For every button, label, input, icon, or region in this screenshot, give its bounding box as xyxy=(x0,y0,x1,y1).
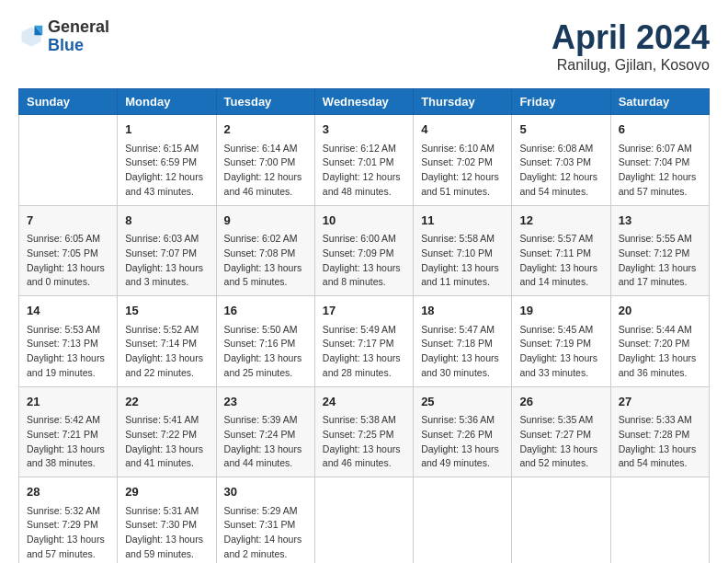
day-info: and 8 minutes. xyxy=(323,275,405,290)
weekday-header: Sunday xyxy=(19,89,118,115)
day-info: Sunset: 7:01 PM xyxy=(323,155,405,170)
calendar-week-row: 7Sunrise: 6:05 AMSunset: 7:05 PMDaylight… xyxy=(19,205,710,296)
day-info: Daylight: 13 hours xyxy=(125,261,208,276)
day-info: Sunrise: 5:32 AM xyxy=(27,504,109,519)
day-info: Sunset: 7:13 PM xyxy=(27,337,109,351)
day-info: Sunset: 7:30 PM xyxy=(125,518,208,533)
day-info: Sunset: 7:04 PM xyxy=(619,155,701,170)
day-number: 5 xyxy=(519,121,602,139)
day-info: Sunset: 7:28 PM xyxy=(619,428,701,442)
day-info: Sunrise: 6:14 AM xyxy=(224,142,307,156)
day-number: 9 xyxy=(224,212,307,230)
day-info: and 3 minutes. xyxy=(125,275,208,290)
day-info: Daylight: 12 hours xyxy=(519,170,602,185)
day-info: Sunrise: 6:15 AM xyxy=(125,142,208,156)
day-info: Sunrise: 5:49 AM xyxy=(323,323,405,338)
day-info: and 14 minutes. xyxy=(519,275,602,290)
day-info: and 5 minutes. xyxy=(224,275,307,290)
day-info: Daylight: 13 hours xyxy=(125,442,208,457)
day-info: Sunset: 7:03 PM xyxy=(519,155,602,170)
calendar-week-row: 28Sunrise: 5:32 AMSunset: 7:29 PMDayligh… xyxy=(19,477,710,564)
weekday-header: Friday xyxy=(512,89,610,115)
day-number: 25 xyxy=(421,393,504,411)
calendar-cell: 6Sunrise: 6:07 AMSunset: 7:04 PMDaylight… xyxy=(610,115,709,206)
day-info: Sunrise: 5:39 AM xyxy=(224,413,307,428)
calendar-cell xyxy=(610,477,709,564)
day-info: Daylight: 12 hours xyxy=(619,170,701,185)
calendar-cell: 13Sunrise: 5:55 AMSunset: 7:12 PMDayligh… xyxy=(610,205,709,296)
day-info: Sunset: 7:31 PM xyxy=(224,518,307,533)
day-info: and 2 minutes. xyxy=(224,547,307,562)
day-info: and 48 minutes. xyxy=(323,185,405,200)
day-info: Sunset: 7:18 PM xyxy=(421,337,504,351)
day-info: Sunrise: 5:50 AM xyxy=(224,323,307,338)
day-info: Sunset: 7:11 PM xyxy=(519,247,602,261)
day-number: 29 xyxy=(125,483,208,501)
day-info: and 28 minutes. xyxy=(323,366,405,381)
weekday-header: Tuesday xyxy=(216,89,314,115)
calendar-cell xyxy=(314,477,413,564)
day-info: Sunrise: 6:07 AM xyxy=(619,142,701,156)
day-info: Daylight: 13 hours xyxy=(27,351,109,366)
day-info: Daylight: 13 hours xyxy=(519,442,602,457)
day-info: and 57 minutes. xyxy=(27,547,109,562)
calendar-week-row: 1Sunrise: 6:15 AMSunset: 6:59 PMDaylight… xyxy=(19,115,710,206)
day-info: Daylight: 13 hours xyxy=(224,351,307,366)
day-info: Sunset: 7:14 PM xyxy=(125,337,208,351)
day-number: 16 xyxy=(224,302,307,320)
logo-icon xyxy=(18,24,44,50)
day-info: Daylight: 13 hours xyxy=(519,261,602,276)
day-info: and 19 minutes. xyxy=(27,366,109,381)
day-info: Sunrise: 6:08 AM xyxy=(519,142,602,156)
day-info: Daylight: 13 hours xyxy=(619,351,701,366)
day-number: 17 xyxy=(323,302,405,320)
day-info: Daylight: 13 hours xyxy=(224,261,307,276)
calendar-cell: 28Sunrise: 5:32 AMSunset: 7:29 PMDayligh… xyxy=(19,477,118,564)
day-info: Daylight: 13 hours xyxy=(27,442,109,457)
day-info: Sunrise: 5:57 AM xyxy=(519,232,602,247)
day-number: 26 xyxy=(519,393,602,411)
weekday-header: Monday xyxy=(118,89,216,115)
day-info: Daylight: 12 hours xyxy=(323,170,405,185)
weekday-header: Thursday xyxy=(414,89,512,115)
day-info: Sunrise: 5:44 AM xyxy=(619,323,701,338)
day-info: Daylight: 12 hours xyxy=(224,170,307,185)
day-number: 21 xyxy=(27,393,109,411)
day-info: Daylight: 13 hours xyxy=(519,351,602,366)
calendar-cell: 22Sunrise: 5:41 AMSunset: 7:22 PMDayligh… xyxy=(118,386,216,477)
day-info: Daylight: 13 hours xyxy=(421,351,504,366)
day-info: Sunrise: 6:03 AM xyxy=(125,232,208,247)
calendar-cell: 3Sunrise: 6:12 AMSunset: 7:01 PMDaylight… xyxy=(314,115,413,206)
day-info: Sunrise: 5:58 AM xyxy=(421,232,504,247)
day-info: and 46 minutes. xyxy=(224,185,307,200)
day-info: Daylight: 13 hours xyxy=(27,261,109,276)
calendar-week-row: 14Sunrise: 5:53 AMSunset: 7:13 PMDayligh… xyxy=(19,296,710,387)
calendar-cell: 11Sunrise: 5:58 AMSunset: 7:10 PMDayligh… xyxy=(414,205,512,296)
day-info: and 59 minutes. xyxy=(125,547,208,562)
day-number: 6 xyxy=(619,121,701,139)
calendar-cell xyxy=(512,477,610,564)
page-header: General Blue April 2024 Ranilug, Gjilan,… xyxy=(18,18,710,74)
calendar-cell xyxy=(414,477,512,564)
day-info: Sunrise: 5:41 AM xyxy=(125,413,208,428)
day-info: and 30 minutes. xyxy=(421,366,504,381)
day-info: Daylight: 13 hours xyxy=(619,261,701,276)
calendar-cell: 8Sunrise: 6:03 AMSunset: 7:07 PMDaylight… xyxy=(118,205,216,296)
calendar-cell: 26Sunrise: 5:35 AMSunset: 7:27 PMDayligh… xyxy=(512,386,610,477)
day-info: Sunset: 7:00 PM xyxy=(224,155,307,170)
day-info: Sunset: 7:07 PM xyxy=(125,247,208,261)
day-info: and 0 minutes. xyxy=(27,275,109,290)
day-info: Daylight: 13 hours xyxy=(224,442,307,457)
day-info: Sunset: 7:20 PM xyxy=(619,337,701,351)
day-number: 14 xyxy=(27,302,109,320)
calendar-cell: 1Sunrise: 6:15 AMSunset: 6:59 PMDaylight… xyxy=(118,115,216,206)
logo: General Blue xyxy=(18,18,109,55)
day-info: Sunset: 7:24 PM xyxy=(224,428,307,442)
day-number: 28 xyxy=(27,483,109,501)
day-info: Daylight: 13 hours xyxy=(323,442,405,457)
day-info: Sunrise: 5:29 AM xyxy=(224,504,307,519)
day-info: Sunrise: 5:35 AM xyxy=(519,413,602,428)
day-info: Sunrise: 6:00 AM xyxy=(323,232,405,247)
day-info: Daylight: 13 hours xyxy=(125,533,208,547)
day-number: 20 xyxy=(619,302,701,320)
